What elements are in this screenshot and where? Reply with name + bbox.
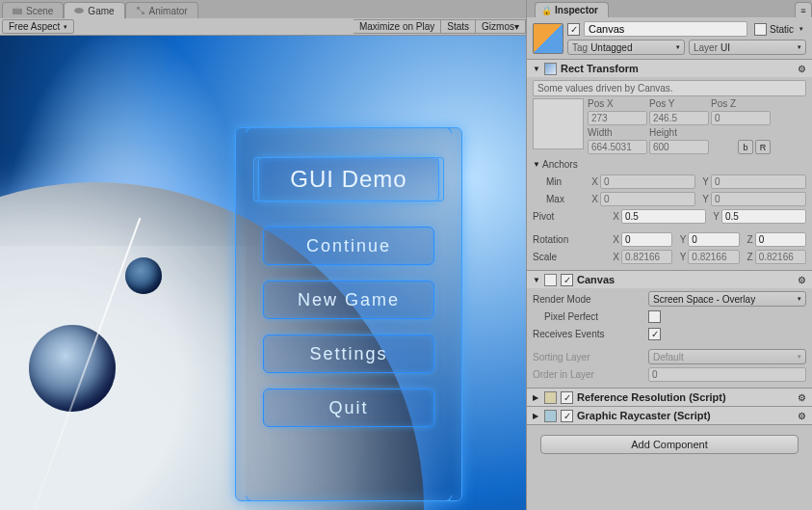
pivot-x[interactable]: 0.5 bbox=[621, 209, 706, 224]
blueprint-button[interactable]: b bbox=[738, 140, 753, 154]
scale-y[interactable]: 0.82166 bbox=[688, 250, 739, 264]
pos-y-input[interactable]: 246.5 bbox=[649, 111, 709, 125]
game-toolbar: Free Aspect ▾ Maximize on Play Stats Giz… bbox=[0, 18, 526, 36]
width-input[interactable]: 664.5031 bbox=[588, 140, 647, 154]
component-header[interactable]: ▶ Reference Resolution (Script) ⚙ bbox=[527, 389, 812, 406]
foldout-icon: ▼ bbox=[533, 65, 540, 73]
menu-button-quit[interactable]: Quit bbox=[263, 389, 434, 427]
sorting-layer-dropdown: Default ▾ bbox=[648, 349, 806, 364]
chevron-down-icon: ▾ bbox=[798, 353, 801, 361]
layer-dropdown[interactable]: Layer UI ▾ bbox=[689, 40, 806, 55]
gameobject-name-input[interactable] bbox=[584, 21, 747, 37]
foldout-icon[interactable]: ▼ bbox=[533, 160, 542, 169]
tab-animator[interactable]: Animator bbox=[125, 2, 198, 18]
svg-rect-0 bbox=[13, 9, 22, 14]
driven-hint: Some values driven by Canvas. bbox=[533, 80, 806, 96]
menu-buttons: Continue New Game Settings Quit bbox=[263, 227, 434, 427]
game-icon bbox=[74, 6, 84, 15]
rot-x[interactable]: 0 bbox=[621, 232, 672, 247]
inspector-header: Static ▾ Tag Untagged ▾ Layer UI bbox=[527, 17, 812, 60]
foldout-icon: ▶ bbox=[533, 393, 540, 402]
component-graphic-raycaster: ▶ Graphic Raycaster (Script) ⚙ bbox=[527, 407, 812, 425]
foldout-icon: ▶ bbox=[533, 412, 540, 420]
game-view[interactable]: GUI Demo Continue New Game Settings Quit bbox=[0, 36, 526, 510]
component-enabled-checkbox[interactable] bbox=[561, 391, 573, 404]
rect-transform-icon bbox=[544, 63, 557, 75]
inspector-tabbar: 🔒 Inspector ≡ bbox=[527, 0, 812, 17]
maximize-on-play-button[interactable]: Maximize on Play bbox=[354, 19, 441, 34]
component-reference-resolution: ▶ Reference Resolution (Script) ⚙ bbox=[527, 389, 812, 407]
view-tabs: Scene Game Animator bbox=[0, 0, 526, 18]
script-icon bbox=[544, 410, 557, 422]
receives-events-checkbox[interactable] bbox=[648, 328, 661, 340]
inspector-tab[interactable]: 🔒 Inspector bbox=[535, 2, 609, 17]
tab-label: Animator bbox=[149, 6, 188, 16]
height-input[interactable]: 600 bbox=[649, 140, 709, 154]
chevron-down-icon: ▾ bbox=[676, 43, 680, 51]
tab-game[interactable]: Game bbox=[64, 2, 124, 18]
component-enabled-checkbox[interactable] bbox=[561, 274, 573, 286]
order-in-layer-input: 0 bbox=[648, 367, 806, 382]
component-header[interactable]: ▼ Canvas ⚙ bbox=[527, 271, 812, 288]
anchor-min-y[interactable]: 0 bbox=[711, 174, 806, 189]
anchor-max-x[interactable]: 0 bbox=[600, 192, 695, 206]
rot-z[interactable]: 0 bbox=[755, 232, 806, 247]
chevron-down-icon[interactable]: ▾ bbox=[797, 25, 806, 33]
menu-button-newgame[interactable]: New Game bbox=[263, 281, 434, 319]
chevron-down-icon: ▾ bbox=[64, 23, 67, 31]
svg-point-2 bbox=[74, 8, 84, 13]
svg-line-5 bbox=[140, 10, 142, 12]
menu-title: GUI Demo bbox=[258, 157, 439, 201]
component-header[interactable]: ▼ Rect Transform ⚙ bbox=[527, 60, 812, 77]
pos-x-input[interactable]: 273 bbox=[588, 111, 647, 125]
gear-icon[interactable]: ⚙ bbox=[798, 64, 806, 74]
stats-button[interactable]: Stats bbox=[441, 19, 476, 34]
component-header[interactable]: ▶ Graphic Raycaster (Script) ⚙ bbox=[527, 407, 812, 424]
anchor-max-y[interactable]: 0 bbox=[711, 192, 806, 206]
moon bbox=[125, 257, 162, 294]
add-component-button[interactable]: Add Component bbox=[540, 435, 799, 454]
gameobject-active-checkbox[interactable] bbox=[567, 23, 580, 36]
menu-panel: GUI Demo Continue New Game Settings Quit bbox=[235, 127, 462, 501]
chevron-down-icon: ▾ bbox=[514, 21, 519, 32]
tag-dropdown[interactable]: Tag Untagged ▾ bbox=[567, 40, 685, 55]
canvas-icon bbox=[544, 274, 557, 286]
scale-z[interactable]: 0.82166 bbox=[755, 250, 806, 264]
static-checkbox[interactable] bbox=[754, 23, 767, 36]
foldout-icon: ▼ bbox=[533, 276, 540, 284]
menu-button-continue[interactable]: Continue bbox=[263, 227, 434, 265]
tab-label: Game bbox=[88, 6, 114, 16]
tab-label: Scene bbox=[26, 6, 53, 16]
pivot-y[interactable]: 0.5 bbox=[721, 209, 806, 224]
tab-scene[interactable]: Scene bbox=[2, 2, 64, 18]
gear-icon[interactable]: ⚙ bbox=[798, 411, 806, 421]
scene-icon bbox=[13, 6, 22, 15]
animator-icon bbox=[136, 6, 145, 15]
component-canvas: ▼ Canvas ⚙ Render Mode Screen Space - Ov… bbox=[527, 271, 812, 389]
scale-x[interactable]: 0.82166 bbox=[621, 250, 672, 264]
menu-button-settings[interactable]: Settings bbox=[263, 335, 434, 373]
inspector-tab-label: Inspector bbox=[555, 5, 598, 15]
lock-icon: 🔒 bbox=[541, 6, 551, 15]
gizmos-dropdown[interactable]: Gizmos▾ bbox=[476, 19, 526, 34]
anchor-preset-button[interactable] bbox=[533, 98, 584, 149]
chevron-down-icon: ▾ bbox=[798, 295, 801, 303]
svg-rect-3 bbox=[137, 7, 140, 10]
aspect-dropdown[interactable]: Free Aspect ▾ bbox=[2, 19, 74, 34]
pos-z-input[interactable]: 0 bbox=[711, 111, 771, 125]
chevron-down-icon: ▾ bbox=[798, 43, 801, 51]
raw-edit-button[interactable]: R bbox=[755, 140, 771, 154]
component-enabled-checkbox[interactable] bbox=[561, 410, 573, 422]
aspect-value: Free Aspect bbox=[9, 21, 60, 32]
rot-y[interactable]: 0 bbox=[688, 232, 739, 247]
pixel-perfect-checkbox[interactable] bbox=[648, 310, 661, 323]
panel-menu-button[interactable]: ≡ bbox=[795, 2, 812, 17]
component-rect-transform: ▼ Rect Transform ⚙ Some values driven by… bbox=[527, 60, 812, 271]
svg-rect-4 bbox=[142, 12, 144, 14]
gameobject-icon[interactable] bbox=[533, 23, 563, 54]
static-toggle[interactable]: Static ▾ bbox=[751, 23, 806, 36]
render-mode-dropdown[interactable]: Screen Space - Overlay ▾ bbox=[648, 291, 806, 307]
anchor-min-x[interactable]: 0 bbox=[600, 174, 695, 189]
gear-icon[interactable]: ⚙ bbox=[798, 392, 806, 403]
gear-icon[interactable]: ⚙ bbox=[798, 275, 806, 285]
